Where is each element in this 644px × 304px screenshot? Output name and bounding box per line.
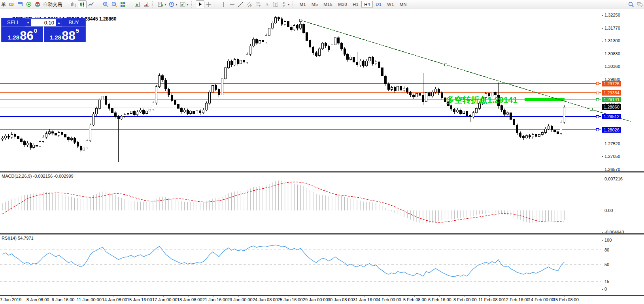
time-axis-tick (163, 295, 164, 296)
vertical-line-icon[interactable] (219, 0, 228, 8)
toolbar-separator (65, 1, 68, 8)
price-level-tag-1.29141[interactable]: 1.29141 (602, 97, 621, 102)
one-click-trading-panel: SELL BUY ▼ ▲ 1.28860 1.28885 (1, 18, 86, 42)
time-axis-tick (339, 295, 339, 296)
sell-price-sup: 0 (34, 28, 37, 34)
rsi-indicator-label: RSI(14) 54.7971 (2, 236, 34, 240)
time-axis-label: 30 Jan 08:00 (328, 297, 353, 302)
price-tick: 50 (602, 262, 609, 267)
time-axis-tick (63, 295, 63, 296)
price-tick: 80 (602, 248, 609, 252)
macd-panel[interactable] (0, 173, 601, 233)
volume-up-button[interactable]: ▲ (56, 19, 62, 26)
price-tick: 1.31300 (602, 38, 620, 43)
time-axis-label: 11 Feb 08:00 (478, 297, 504, 302)
price-tick: 100 (602, 238, 612, 242)
time-axis-tick (364, 295, 364, 296)
periods-icon[interactable]: ▼ (168, 0, 179, 8)
volume-down-button[interactable]: ▼ (25, 19, 31, 26)
bar-chart-icon[interactable] (69, 0, 78, 8)
time-axis-label: 9 Jan 16:00 (52, 297, 75, 302)
timeframe-button-m1[interactable]: M1 (297, 1, 309, 8)
trade-panel-header: SELL BUY ▼ ▲ (2, 18, 85, 27)
price-tick: 0.00 (602, 208, 613, 213)
price-level-tag-1.28026[interactable]: 1.28026 (602, 127, 621, 133)
charts-window-icon[interactable] (16, 0, 25, 8)
dropdown-caret-icon[interactable]: ▼ (164, 3, 167, 6)
timeframe-button-m15[interactable]: M15 (321, 1, 335, 8)
trendline-handle (299, 19, 302, 21)
text-icon[interactable]: A (263, 0, 271, 8)
time-axis-tick (188, 295, 189, 296)
autotrading-label[interactable]: 自动交易 (42, 1, 63, 8)
volume-input[interactable] (31, 19, 56, 26)
buy-price-button[interactable]: 1.28885 (43, 27, 85, 43)
new-order-button[interactable]: 单 (0, 1, 7, 8)
macd-rsi-separator[interactable] (0, 233, 644, 235)
price-level-tag-1.29726[interactable]: 1.29726 (602, 81, 621, 86)
price-axis-border (601, 9, 601, 295)
time-axis-label: 14 Jan 08:00 (102, 297, 127, 302)
signal-icon[interactable] (25, 0, 33, 8)
zoom-out-icon[interactable] (110, 0, 119, 8)
svg-text:T: T (274, 3, 277, 7)
buy-price-prefix: 1.28 (50, 34, 61, 40)
zoom-in-icon[interactable] (101, 0, 110, 8)
dropdown-caret-icon[interactable]: ▼ (186, 3, 189, 6)
volume-control: ▼ ▲ (25, 19, 62, 26)
dropdown-caret-icon[interactable]: ▼ (287, 3, 290, 6)
price-chart-area[interactable]: 多空转折点1.29141 (0, 9, 644, 171)
tile-windows-icon[interactable] (119, 0, 127, 8)
time-axis-label: 25 Jan 16:00 (278, 297, 303, 302)
dropdown-caret-icon[interactable]: ▼ (175, 3, 178, 6)
timeframe-button-mn[interactable]: MN (397, 1, 410, 8)
time-axis-label: 15 Feb 08:00 (553, 297, 579, 302)
toolbar-separator (97, 1, 100, 8)
chart-shift-icon[interactable] (142, 0, 151, 8)
toolbar-separator (129, 1, 132, 8)
indicators-icon[interactable]: ▼ (157, 0, 168, 8)
trendline-icon[interactable] (236, 0, 245, 8)
timeframe-button-h4[interactable]: H4 (361, 1, 373, 8)
time-axis-label: 18 Jan 08:00 (177, 297, 202, 302)
rsi-panel[interactable] (0, 235, 601, 295)
search-icon[interactable] (627, 0, 635, 8)
macd-signal-line (2, 182, 564, 222)
timeframe-button-h1[interactable]: H1 (350, 1, 361, 8)
candlestick-icon[interactable] (78, 0, 87, 8)
annotation-text: 多空转折点1.29141 (446, 95, 517, 105)
line-chart-icon[interactable] (87, 0, 95, 8)
templates-icon[interactable]: ▼ (179, 0, 190, 8)
cursor-icon[interactable] (196, 0, 204, 8)
time-axis-tick (113, 295, 113, 296)
fibonacci-icon[interactable]: F (254, 0, 263, 8)
sell-price-button[interactable]: 1.28860 (2, 27, 43, 43)
arrows-icon[interactable]: ▼ (280, 0, 291, 8)
time-axis-label: 24 Jan 08:00 (253, 297, 278, 302)
time-axis-tick (314, 295, 314, 296)
price-tick: 1.30830 (602, 51, 620, 56)
price-level-tag-1.29384[interactable]: 1.29384 (602, 90, 621, 96)
autotrading-icon[interactable] (33, 0, 42, 8)
main-macd-separator[interactable] (0, 171, 644, 173)
chat-icon[interactable] (635, 0, 644, 8)
time-axis-tick (11, 295, 11, 296)
crosshair-icon[interactable] (204, 0, 213, 8)
price-level-tag-1.28512[interactable]: 1.28512 (602, 114, 621, 119)
equidistant-channel-icon[interactable]: E (245, 0, 254, 8)
timeframe-button-d1[interactable]: D1 (373, 1, 384, 8)
text-label-icon[interactable]: T (271, 0, 280, 8)
time-axis-label: 8 Jan 08:00 (26, 297, 49, 302)
toolbar-separator (293, 1, 296, 8)
order-tag-icon[interactable] (7, 0, 16, 8)
price-tick: 15 (602, 279, 609, 284)
auto-scroll-icon[interactable] (133, 0, 142, 8)
timeframe-button-m30[interactable]: M30 (335, 1, 350, 8)
timeframe-button-m5[interactable]: M5 (309, 1, 321, 8)
time-axis-tick (88, 295, 88, 296)
time-axis-label: 12 Feb 16:00 (504, 297, 529, 302)
price-level-tag-1.28860[interactable]: 1.28860 (602, 104, 621, 110)
horizontal-line-icon[interactable] (228, 0, 236, 8)
timeframe-button-w1[interactable]: W1 (384, 1, 397, 8)
time-axis-label: 17 Jan 00:00 (152, 297, 178, 302)
